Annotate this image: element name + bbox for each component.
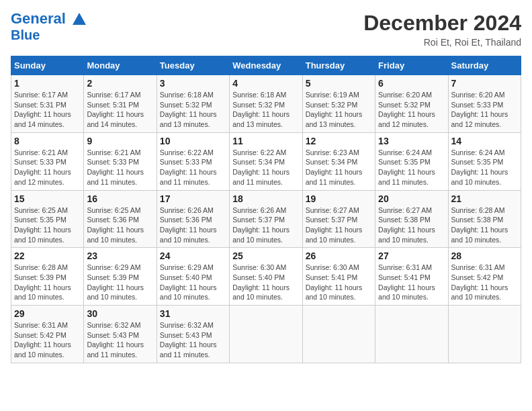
table-row: 14 Sunrise: 6:24 AMSunset: 5:35 PMDaylig…: [448, 132, 521, 190]
page-header: General Blue December 2024 Roi Et, Roi E…: [11, 11, 521, 48]
table-row: 21 Sunrise: 6:28 AMSunset: 5:38 PMDaylig…: [448, 190, 521, 248]
header-wednesday: Wednesday: [230, 56, 302, 75]
calendar-week: 8 Sunrise: 6:21 AMSunset: 5:33 PMDayligh…: [11, 132, 521, 190]
table-row: 20 Sunrise: 6:27 AMSunset: 5:38 PMDaylig…: [375, 190, 448, 248]
table-row: 2 Sunrise: 6:17 AMSunset: 5:31 PMDayligh…: [84, 75, 157, 133]
header-monday: Monday: [84, 56, 157, 75]
calendar-week: 22 Sunrise: 6:28 AMSunset: 5:39 PMDaylig…: [11, 248, 521, 306]
location: Roi Et, Roi Et, Thailand: [363, 37, 521, 48]
table-row: 12 Sunrise: 6:23 AMSunset: 5:34 PMDaylig…: [302, 132, 375, 190]
empty-cell: [230, 306, 302, 363]
calendar-week: 1 Sunrise: 6:17 AMSunset: 5:31 PMDayligh…: [11, 75, 521, 133]
header-friday: Friday: [375, 56, 448, 75]
table-row: 17 Sunrise: 6:26 AMSunset: 5:36 PMDaylig…: [157, 190, 229, 248]
svg-marker-0: [73, 13, 86, 25]
table-row: 7 Sunrise: 6:20 AMSunset: 5:33 PMDayligh…: [448, 75, 521, 133]
empty-cell: [448, 306, 521, 363]
table-row: 15 Sunrise: 6:25 AMSunset: 5:35 PMDaylig…: [11, 190, 84, 248]
calendar-table: Sunday Monday Tuesday Wednesday Thursday…: [11, 56, 521, 363]
table-row: 26 Sunrise: 6:30 AMSunset: 5:41 PMDaylig…: [302, 248, 375, 306]
table-row: 29 Sunrise: 6:31 AMSunset: 5:42 PMDaylig…: [11, 306, 84, 363]
table-row: 23 Sunrise: 6:29 AMSunset: 5:39 PMDaylig…: [84, 248, 157, 306]
header-tuesday: Tuesday: [157, 56, 229, 75]
table-row: 16 Sunrise: 6:25 AMSunset: 5:36 PMDaylig…: [84, 190, 157, 248]
header-saturday: Saturday: [448, 56, 521, 75]
empty-cell: [302, 306, 375, 363]
table-row: 18 Sunrise: 6:26 AMSunset: 5:37 PMDaylig…: [230, 190, 302, 248]
table-row: 10 Sunrise: 6:22 AMSunset: 5:33 PMDaylig…: [157, 132, 229, 190]
table-row: 22 Sunrise: 6:28 AMSunset: 5:39 PMDaylig…: [11, 248, 84, 306]
table-row: 25 Sunrise: 6:30 AMSunset: 5:40 PMDaylig…: [230, 248, 302, 306]
table-row: 4 Sunrise: 6:18 AMSunset: 5:32 PMDayligh…: [230, 75, 302, 133]
table-row: 28 Sunrise: 6:31 AMSunset: 5:42 PMDaylig…: [448, 248, 521, 306]
table-row: 8 Sunrise: 6:21 AMSunset: 5:33 PMDayligh…: [11, 132, 84, 190]
table-row: 3 Sunrise: 6:18 AMSunset: 5:32 PMDayligh…: [157, 75, 229, 133]
table-row: 30 Sunrise: 6:32 AMSunset: 5:43 PMDaylig…: [84, 306, 157, 363]
table-row: 1 Sunrise: 6:17 AMSunset: 5:31 PMDayligh…: [11, 75, 84, 133]
calendar-week: 15 Sunrise: 6:25 AMSunset: 5:35 PMDaylig…: [11, 190, 521, 248]
table-row: 5 Sunrise: 6:19 AMSunset: 5:32 PMDayligh…: [302, 75, 375, 133]
header-thursday: Thursday: [302, 56, 375, 75]
calendar-body: 1 Sunrise: 6:17 AMSunset: 5:31 PMDayligh…: [11, 75, 521, 363]
table-row: 9 Sunrise: 6:21 AMSunset: 5:33 PMDayligh…: [84, 132, 157, 190]
days-header-row: Sunday Monday Tuesday Wednesday Thursday…: [11, 56, 521, 75]
month-title: December 2024: [363, 11, 521, 36]
table-row: 13 Sunrise: 6:24 AMSunset: 5:35 PMDaylig…: [375, 132, 448, 190]
table-row: 31 Sunrise: 6:32 AMSunset: 5:43 PMDaylig…: [157, 306, 229, 363]
calendar-week: 29 Sunrise: 6:31 AMSunset: 5:42 PMDaylig…: [11, 306, 521, 363]
table-row: 24 Sunrise: 6:29 AMSunset: 5:40 PMDaylig…: [157, 248, 229, 306]
logo-blue: Blue: [11, 28, 87, 42]
table-row: 6 Sunrise: 6:20 AMSunset: 5:32 PMDayligh…: [375, 75, 448, 133]
empty-cell: [375, 306, 448, 363]
title-block: December 2024 Roi Et, Roi Et, Thailand: [363, 11, 521, 48]
table-row: 19 Sunrise: 6:27 AMSunset: 5:37 PMDaylig…: [302, 190, 375, 248]
logo: General Blue: [11, 11, 87, 42]
header-sunday: Sunday: [11, 56, 84, 75]
table-row: 27 Sunrise: 6:31 AMSunset: 5:41 PMDaylig…: [375, 248, 448, 306]
table-row: 11 Sunrise: 6:22 AMSunset: 5:34 PMDaylig…: [230, 132, 302, 190]
logo-text: General: [11, 11, 87, 28]
